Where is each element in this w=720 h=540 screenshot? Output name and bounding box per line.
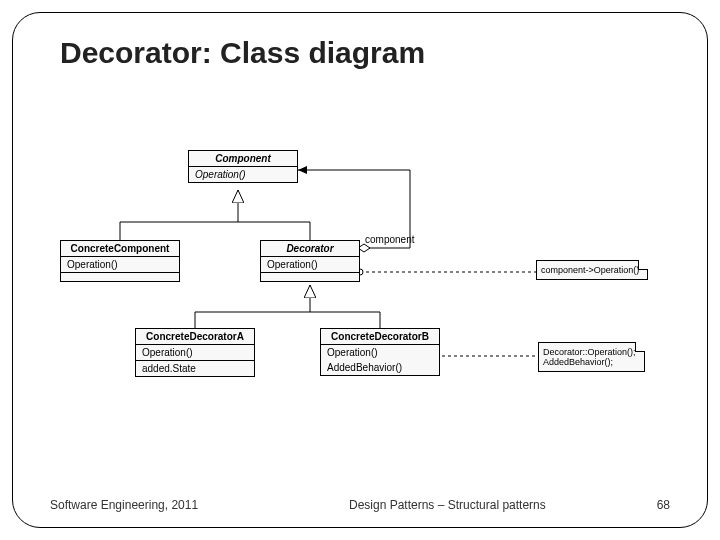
class-concrete-component: ConcreteComponent Operation() xyxy=(60,240,180,282)
footer-left: Software Engineering, 2011 xyxy=(50,498,198,512)
connectors xyxy=(60,150,660,430)
class-attr: added.State xyxy=(136,361,254,376)
class-op: Operation() xyxy=(261,257,359,273)
class-decorator: Decorator Operation() xyxy=(260,240,360,282)
note-text: Decorator::Operation(); xyxy=(543,347,636,357)
note-concrete-b-op: Decorator::Operation(); AddedBehavior(); xyxy=(538,342,645,372)
note-text: component->Operation() xyxy=(541,265,639,275)
note-decorator-op: component->Operation() xyxy=(536,260,648,280)
slide-footer: Software Engineering, 2011 Design Patter… xyxy=(0,498,720,512)
class-op: Operation() xyxy=(189,167,297,182)
class-op: Operation() xyxy=(61,257,179,273)
class-op: Operation() xyxy=(136,345,254,361)
footer-center: Design Patterns – Structural patterns xyxy=(198,498,657,512)
note-dogear-icon xyxy=(638,260,648,270)
class-concrete-decorator-b: ConcreteDecoratorB Operation() AddedBeha… xyxy=(320,328,440,376)
uml-diagram: Component Operation() ConcreteComponent … xyxy=(60,150,660,430)
class-name: ConcreteDecoratorB xyxy=(321,329,439,345)
class-op: AddedBehavior() xyxy=(321,360,439,375)
aggregation-label: component xyxy=(365,234,414,245)
class-attrs xyxy=(61,273,179,281)
page-number: 68 xyxy=(657,498,670,512)
note-text: AddedBehavior(); xyxy=(543,357,636,367)
class-name: ConcreteDecoratorA xyxy=(136,329,254,345)
class-op: Operation() xyxy=(321,345,439,360)
class-name: Decorator xyxy=(261,241,359,257)
note-dogear-icon xyxy=(635,342,645,352)
class-attrs xyxy=(261,273,359,281)
class-name: ConcreteComponent xyxy=(61,241,179,257)
slide-title: Decorator: Class diagram xyxy=(60,36,425,70)
class-name: Component xyxy=(189,151,297,167)
class-concrete-decorator-a: ConcreteDecoratorA Operation() added.Sta… xyxy=(135,328,255,377)
class-component: Component Operation() xyxy=(188,150,298,183)
